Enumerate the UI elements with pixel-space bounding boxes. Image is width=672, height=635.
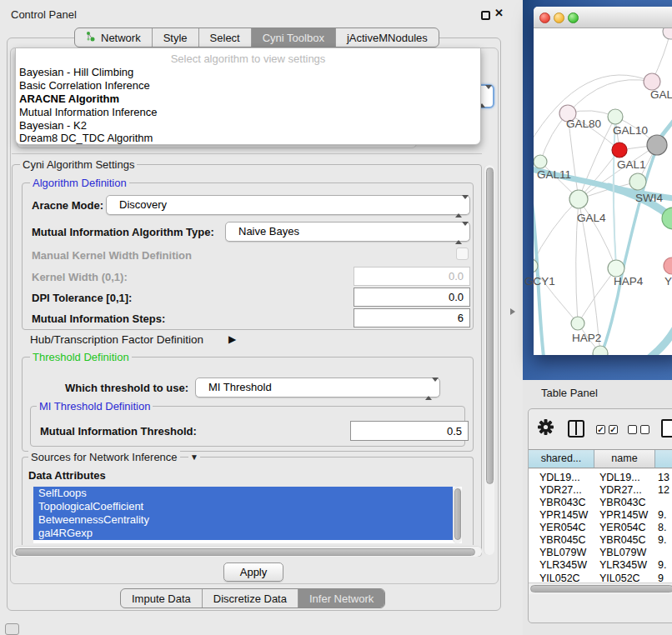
dropdown-item[interactable]: Dream8 DC_TDC Algorithm <box>19 132 153 144</box>
table-header-row: shared... name A <box>529 449 672 468</box>
dropdown-prompt: Select algorithm to view settings <box>16 52 480 65</box>
manual-kernel-label: Manual Kernel Width Definition <box>32 249 192 262</box>
node-label: GAL10 <box>613 124 648 137</box>
tab-jactivemnodules[interactable]: jActiveMNodules <box>336 28 439 47</box>
dropdown-item-aracne[interactable]: ARACNE Algorithm <box>19 92 119 105</box>
combo-arrows-icon <box>455 199 462 214</box>
control-panel-title: Control Panel <box>11 8 77 21</box>
mi-threshold-label: Mutual Information Threshold: <box>40 425 197 438</box>
list-item[interactable]: gal4RGexp <box>33 527 453 540</box>
mi-type-combobox[interactable]: Naive Bayes <box>225 222 470 242</box>
threshold-definition-title: Threshold Definition <box>30 351 132 363</box>
tab-network[interactable]: Network <box>75 28 153 47</box>
mi-threshold-field[interactable] <box>350 421 469 441</box>
aracne-mode-combobox[interactable]: Discovery <box>106 195 470 215</box>
tab-select[interactable]: Select <box>199 28 252 47</box>
manual-kernel-checkbox[interactable] <box>456 248 469 260</box>
table-row[interactable]: YER054CYER054C8. <box>529 522 672 534</box>
minimize-traffic-light-icon[interactable] <box>554 12 564 23</box>
list-item[interactable]: SelfLoops <box>33 487 453 500</box>
network-icon <box>86 31 96 44</box>
node-label: Y <box>664 275 672 288</box>
apply-button[interactable]: Apply <box>223 562 283 582</box>
tab-cyni-toolbox[interactable]: Cyni Toolbox <box>252 28 336 47</box>
zoom-traffic-light-icon[interactable] <box>568 12 579 23</box>
bottom-tab-bar: Impute Data Discretize Data Infer Networ… <box>120 588 385 608</box>
column-header-shared[interactable]: shared... <box>529 450 594 468</box>
gear-icon[interactable] <box>538 419 554 439</box>
mi-threshold-group-title: MI Threshold Definition <box>37 400 153 412</box>
table-row[interactable]: YLR345WYLR345W9. <box>529 559 672 572</box>
table-row[interactable]: YBR043CYBR043C <box>529 497 672 509</box>
dpi-tolerance-field[interactable] <box>354 288 470 307</box>
table-browser: ✓ ✓ shared... name A YDL19...YDL19...13 … <box>528 408 672 623</box>
aracne-mode-label: Aracne Mode: <box>32 199 103 212</box>
file-icon[interactable] <box>661 419 672 438</box>
table-row[interactable]: YPR145WYPR145W9. <box>529 509 672 522</box>
tab-style[interactable]: Style <box>153 28 199 47</box>
deselect-all-checkbox-icon[interactable] <box>640 425 649 434</box>
close-icon[interactable]: ✕ <box>494 7 504 19</box>
hub-definition-label[interactable]: Hub/Transcription Factor Definition <box>30 333 203 346</box>
data-attributes-label: Data Attributes <box>28 469 106 482</box>
splitter-arrow-icon[interactable] <box>510 308 515 315</box>
settings-vertical-scrollbar[interactable] <box>484 165 494 555</box>
expand-right-icon[interactable]: ▶ <box>228 333 236 345</box>
network-window-titlebar[interactable] <box>534 7 672 28</box>
table-row[interactable]: YDR27...YDR27...12 <box>529 484 672 497</box>
table-rows: YDL19...YDL19...13 YDR27...YDR27...12 YB… <box>529 469 672 582</box>
combo-arrows-icon <box>455 226 462 241</box>
collapsed-panel-icon[interactable] <box>5 623 19 635</box>
data-attributes-list[interactable]: SelfLoops TopologicalCoefficient Between… <box>33 487 462 543</box>
cyni-settings-group-title: Cyni Algorithm Settings <box>20 158 137 171</box>
node-label: HAP4 <box>614 275 643 288</box>
sources-group-title: Sources for Network Inference <box>28 451 180 463</box>
top-tab-bar: Network Style Select Cyni Toolbox jActiv… <box>74 28 439 48</box>
node-label: SWI4 <box>635 192 663 204</box>
screenshot-root: Control Panel ✕ Network Style <box>0 0 672 635</box>
split-columns-icon[interactable] <box>568 420 584 438</box>
dropdown-item[interactable]: Basic Correlation Inference <box>19 79 150 92</box>
kernel-width-field[interactable] <box>354 267 470 286</box>
tab-impute-data[interactable]: Impute Data <box>121 589 203 608</box>
table-row[interactable]: YDL19...YDL19...13 <box>529 472 672 484</box>
settings-horizontal-scrollbar[interactable] <box>13 546 482 557</box>
list-item[interactable]: BetweennessCentrality <box>33 513 453 527</box>
deselect-all-checkbox-icon[interactable] <box>628 425 637 434</box>
node-label: GAL1 <box>617 158 646 171</box>
tab-discretize-data[interactable]: Discretize Data <box>203 589 298 608</box>
list-scrollbar[interactable] <box>453 487 462 543</box>
dropdown-item[interactable]: Bayesian - K2 <box>19 119 87 132</box>
algorithm-definition-title: Algorithm Definition <box>30 177 129 189</box>
node-label: GCY1 <box>524 275 555 288</box>
mi-steps-field[interactable] <box>354 308 470 328</box>
tab-infer-network[interactable]: Infer Network <box>298 589 384 608</box>
node-label: GAL11 <box>537 168 571 181</box>
select-all-checkbox-icon[interactable]: ✓ <box>596 425 605 434</box>
group-border-fragment <box>12 153 482 154</box>
column-header-partial[interactable]: A <box>655 450 672 468</box>
dropdown-item[interactable]: Bayesian - Hill Climbing <box>19 66 133 78</box>
select-all-checkbox-icon[interactable]: ✓ <box>609 425 618 434</box>
table-row[interactable]: YIL052CYIL052C9 <box>529 572 672 582</box>
table-horizontal-scrollbar[interactable] <box>529 582 672 594</box>
list-item[interactable]: TopologicalCoefficient <box>33 500 453 513</box>
which-threshold-label: Which threshold to use: <box>65 382 188 394</box>
which-threshold-combobox[interactable]: MI Threshold <box>195 378 440 398</box>
column-header-name[interactable]: name <box>594 450 655 468</box>
table-panel-title: Table Panel <box>541 387 598 399</box>
dpi-tolerance-label: DPI Tolerance [0,1]: <box>32 292 132 304</box>
float-window-icon[interactable] <box>481 11 490 20</box>
mi-type-label: Mutual Information Algorithm Type: <box>32 226 214 238</box>
close-traffic-light-icon[interactable] <box>539 12 550 23</box>
control-panel-window: Control Panel ✕ Network Style <box>0 0 523 614</box>
tab-network-label: Network <box>101 32 141 44</box>
collapse-down-icon[interactable]: ▼ <box>188 452 200 462</box>
table-row[interactable]: YBL079WYBL079W <box>529 547 672 559</box>
table-row[interactable]: YBR045CYBR045C9. <box>529 534 672 547</box>
network-view-window[interactable] <box>534 7 672 355</box>
algorithm-dropdown-popup: Select algorithm to view settings Bayesi… <box>15 48 481 145</box>
kernel-width-label: Kernel Width (0,1): <box>32 271 128 283</box>
dropdown-item[interactable]: Mutual Information Inference <box>19 106 157 118</box>
node-label: GAL <box>650 88 672 101</box>
